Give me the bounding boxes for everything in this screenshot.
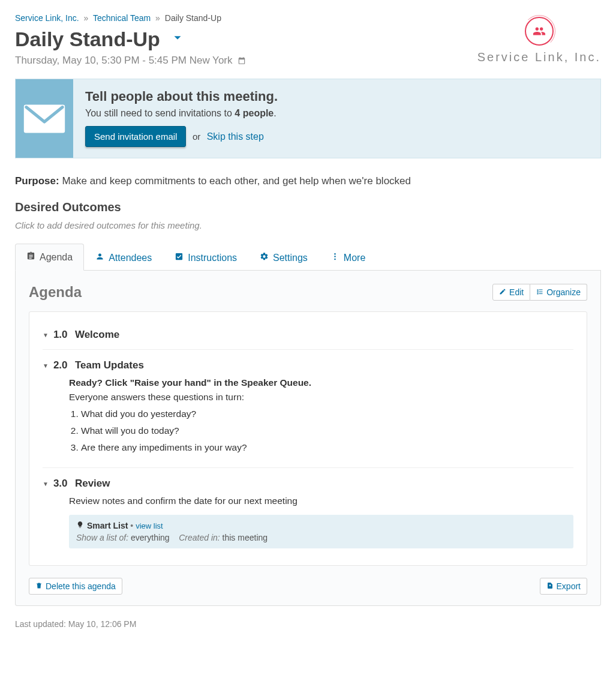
chevron-down-icon[interactable] <box>171 31 184 48</box>
trash-icon <box>35 581 43 591</box>
meeting-datetime: Thursday, May 10, 5:30 PM - 5:45 PM New … <box>15 55 477 68</box>
tab-settings-label: Settings <box>273 253 308 263</box>
tab-instructions[interactable]: Instructions <box>163 244 248 271</box>
agenda-review-text: Review notes and confirm the date for ou… <box>69 496 573 506</box>
tab-bar: Agenda Attendees Instructions Settings M… <box>15 244 601 271</box>
agenda-question: What will you do today? <box>81 425 573 436</box>
svg-point-5 <box>334 256 336 257</box>
delete-agenda-button[interactable]: Delete this agenda <box>29 578 122 595</box>
agenda-item-team-updates: ▼ 2.0 Team Updates Ready? Click "Raise y… <box>43 349 573 465</box>
agenda-item-header[interactable]: ▼ 2.0 Team Updates <box>43 359 573 371</box>
envelope-icon <box>16 79 73 158</box>
edit-button-label: Edit <box>509 287 524 297</box>
export-label: Export <box>557 581 581 591</box>
agenda-item-review: ▼ 3.0 Review Review notes and confirm th… <box>43 467 573 554</box>
breadcrumb-team[interactable]: Technical Team <box>93 13 151 23</box>
tab-more-label: More <box>344 253 365 263</box>
checklist-icon <box>175 252 184 263</box>
page-title-text: Daily Stand-Up <box>15 28 160 51</box>
last-updated: Last updated: May 10, 12:06 PM <box>15 619 601 629</box>
agenda-item-number: 2.0 <box>53 359 70 371</box>
tab-settings[interactable]: Settings <box>248 244 319 271</box>
tab-attendees[interactable]: Attendees <box>84 244 163 271</box>
smart-list-show-value: everything <box>131 533 170 542</box>
caret-down-icon: ▼ <box>43 481 49 487</box>
company-logo: Service Link, Inc. <box>477 13 601 64</box>
banner-title: Tell people about this meeting. <box>85 89 278 104</box>
purpose-row[interactable]: Purpose: Make and keep commitments to ea… <box>15 175 601 187</box>
smart-list-box: Smart List • view list Show a list of: e… <box>69 515 573 548</box>
tab-attendees-label: Attendees <box>109 253 152 263</box>
view-list-link[interactable]: view list <box>136 521 163 530</box>
caret-down-icon: ▼ <box>43 332 49 338</box>
smart-list-show-label: Show a list of: <box>76 533 128 542</box>
breadcrumb-sep-icon: » <box>82 13 91 23</box>
purpose-text: Make and keep commitments to each other,… <box>62 175 411 187</box>
tab-agenda[interactable]: Agenda <box>15 244 84 271</box>
banner-text-pre: You still need to send invitations to <box>85 108 235 118</box>
more-vertical-icon <box>330 252 339 263</box>
breadcrumb: Service Link, Inc. » Technical Team » Da… <box>15 13 477 23</box>
banner-or-text: or <box>193 131 200 142</box>
agenda-item-title: Review <box>75 478 110 490</box>
caret-down-icon: ▼ <box>43 362 49 369</box>
export-button[interactable]: Export <box>540 578 587 595</box>
svg-point-6 <box>334 259 336 260</box>
tab-more[interactable]: More <box>319 244 377 271</box>
clipboard-icon <box>26 251 35 263</box>
list-icon <box>536 287 543 297</box>
agenda-item-number: 3.0 <box>53 478 70 490</box>
agenda-intro-text: Everyone answers these questions in turn… <box>69 392 573 403</box>
organize-button[interactable]: Organize <box>530 284 587 301</box>
delete-agenda-label: Delete this agenda <box>46 581 116 591</box>
desired-outcomes-heading: Desired Outcomes <box>15 200 601 214</box>
page-title: Daily Stand-Up <box>15 28 184 51</box>
smart-list-title: Smart List <box>76 521 128 530</box>
edit-button[interactable]: Edit <box>492 284 530 301</box>
agenda-ready-line: Ready? Click "Raise your hand" in the Sp… <box>69 377 311 388</box>
banner-text-post: . <box>274 108 276 118</box>
company-logo-text: Service Link, Inc. <box>477 50 601 64</box>
lightbulb-icon <box>76 521 84 530</box>
banner-text-count: 4 people <box>235 108 274 118</box>
skip-step-link[interactable]: Skip this step <box>207 131 264 142</box>
agenda-list: ▼ 1.0 Welcome ▼ 2.0 Team Updates Ready? … <box>29 311 587 566</box>
agenda-item-welcome: ▼ 1.0 Welcome <box>43 323 573 347</box>
tab-instructions-label: Instructions <box>188 253 237 263</box>
download-icon <box>546 581 554 591</box>
pane-title: Agenda <box>29 284 82 301</box>
smart-list-label: Smart List <box>87 521 128 530</box>
banner-text: You still need to send invitations to 4 … <box>85 108 278 119</box>
breadcrumb-sep-icon: » <box>153 13 163 23</box>
agenda-item-header[interactable]: ▼ 3.0 Review <box>43 478 573 490</box>
people-icon <box>525 17 554 46</box>
agenda-question: Are there any impediments in your way? <box>81 442 573 453</box>
agenda-pane: Agenda Edit Organize ▼ 1.0 Welcome <box>15 271 601 606</box>
meeting-datetime-text: Thursday, May 10, 5:30 PM - 5:45 PM New … <box>15 55 233 66</box>
send-invitation-button[interactable]: Send invitation email <box>85 126 186 147</box>
tab-agenda-label: Agenda <box>40 252 73 263</box>
agenda-item-number: 1.0 <box>53 329 70 341</box>
smart-list-created-label: Created in: <box>179 533 220 542</box>
smart-list-created-value: this meeting <box>223 533 268 542</box>
desired-outcomes-placeholder[interactable]: Click to add desired outcomes for this m… <box>15 220 601 230</box>
agenda-item-header[interactable]: ▼ 1.0 Welcome <box>43 329 573 341</box>
invitation-banner: Tell people about this meeting. You stil… <box>15 79 601 158</box>
breadcrumb-org[interactable]: Service Link, Inc. <box>15 13 79 23</box>
purpose-label: Purpose: <box>15 175 59 187</box>
gear-icon <box>260 252 269 263</box>
agenda-item-title: Welcome <box>75 329 119 341</box>
calendar-icon[interactable] <box>238 56 246 68</box>
pencil-icon <box>499 287 506 297</box>
agenda-question: What did you do yesterday? <box>81 409 573 419</box>
svg-point-4 <box>334 253 336 255</box>
agenda-item-title: Team Updates <box>75 359 144 371</box>
organize-button-label: Organize <box>546 287 581 297</box>
breadcrumb-current: Daily Stand-Up <box>165 13 221 23</box>
person-icon <box>95 252 104 263</box>
